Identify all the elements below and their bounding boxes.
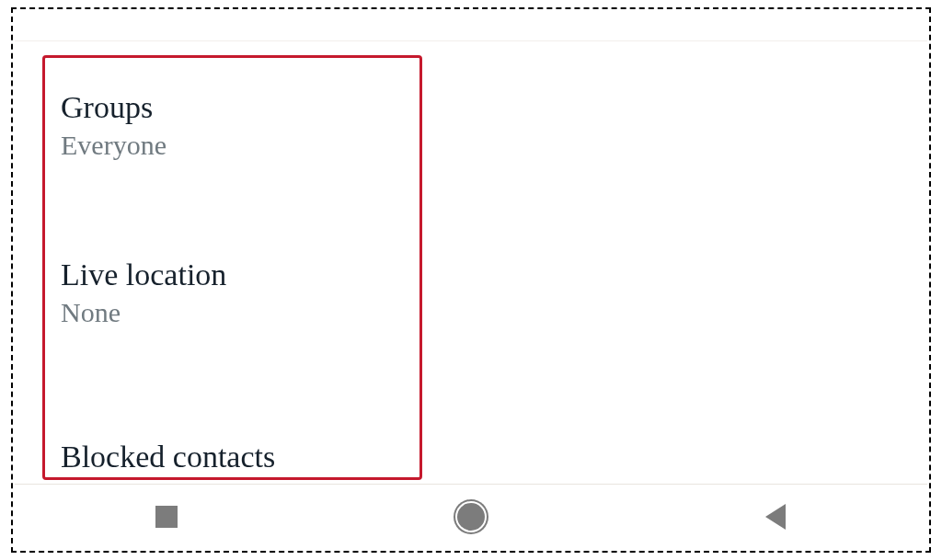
- setting-blocked-contacts[interactable]: Blocked contacts: [61, 440, 275, 474]
- setting-live-location-value: None: [61, 297, 226, 327]
- setting-groups[interactable]: Groups Everyone: [61, 90, 167, 160]
- back-icon: [765, 504, 786, 530]
- nav-back-button[interactable]: [757, 498, 794, 535]
- nav-home-button[interactable]: [453, 498, 489, 535]
- screenshot-frame: Groups Everyone Live location None Block…: [11, 7, 931, 553]
- setting-groups-value: Everyone: [61, 130, 167, 160]
- top-divider: [15, 40, 927, 41]
- android-navbar: [15, 485, 927, 549]
- recents-icon: [155, 506, 178, 528]
- home-icon: [457, 503, 485, 531]
- setting-groups-title: Groups: [61, 90, 167, 124]
- setting-blocked-contacts-title: Blocked contacts: [61, 440, 275, 474]
- setting-live-location-title: Live location: [61, 257, 226, 291]
- setting-live-location[interactable]: Live location None: [61, 257, 226, 327]
- nav-recents-button[interactable]: [148, 498, 185, 535]
